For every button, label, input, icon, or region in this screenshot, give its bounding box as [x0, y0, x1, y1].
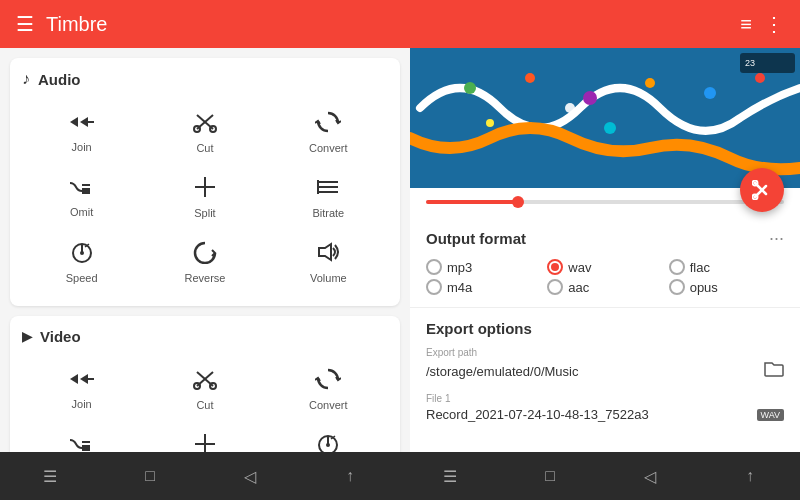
right-panel: 23 Output format ··· [410, 48, 800, 452]
bottom-navigation: ☰ □ ◁ ↑ ☰ □ ◁ ↑ [0, 452, 800, 500]
nav-home-left-icon: □ [145, 467, 155, 485]
video-join-button[interactable]: Join [22, 359, 141, 420]
video-section-header: ▶ Video [22, 328, 388, 345]
export-options-header: Export options [426, 320, 784, 337]
audio-convert-button[interactable]: Convert [269, 102, 388, 163]
bottom-nav-up-left[interactable]: ↑ [300, 467, 400, 485]
bottom-nav-menu-left[interactable]: ☰ [0, 467, 100, 486]
video-speed-button[interactable]: Speed [269, 424, 388, 452]
video-section-title: Video [40, 328, 81, 345]
svg-text:23: 23 [745, 58, 755, 68]
format-opus-option[interactable]: opus [669, 279, 784, 295]
audio-volume-label: Volume [310, 272, 347, 285]
left-panel: ♪ Audio Join [0, 48, 410, 452]
bitrate-icon [315, 175, 341, 203]
seek-container [410, 188, 800, 216]
reverse-icon [192, 240, 218, 268]
output-format-title: Output format [426, 230, 526, 247]
video-section-icon: ▶ [22, 329, 32, 344]
svg-point-46 [645, 78, 655, 88]
speed-icon [69, 240, 95, 268]
video-omit-button[interactable]: Omit [22, 424, 141, 452]
app-title: Timbre [46, 13, 107, 36]
video-omit-icon [68, 433, 96, 452]
output-format-more-button[interactable]: ··· [769, 228, 784, 249]
video-cut-icon [192, 367, 218, 395]
video-tools-grid: Join Cut [22, 359, 388, 452]
nav-back-left-icon: ◁ [244, 467, 256, 486]
audio-reverse-button[interactable]: Reverse [145, 232, 264, 293]
nav-menu-right-icon: ☰ [443, 467, 457, 486]
svg-point-44 [525, 73, 535, 83]
m4a-label: m4a [447, 280, 472, 295]
list-icon[interactable]: ≡ [740, 13, 752, 36]
video-cut-button[interactable]: Cut [145, 359, 264, 420]
folder-icon [764, 360, 784, 378]
audio-split-button[interactable]: Split [145, 167, 264, 228]
output-format-section: Output format ··· mp3 wav flac [410, 216, 800, 308]
folder-button[interactable] [764, 360, 784, 383]
main-content: ♪ Audio Join [0, 48, 800, 452]
nav-home-right-icon: □ [545, 467, 555, 485]
video-convert-button[interactable]: Convert [269, 359, 388, 420]
mp3-label: mp3 [447, 260, 472, 275]
cut-icon [192, 110, 218, 138]
format-aac-option[interactable]: aac [547, 279, 662, 295]
menu-icon[interactable]: ☰ [16, 12, 34, 36]
mp3-radio-circle [426, 259, 442, 275]
audio-tools-grid: Join Cut [22, 102, 388, 294]
video-convert-label: Convert [309, 399, 348, 412]
audio-icon: ♪ [22, 70, 30, 88]
opus-radio-circle [669, 279, 685, 295]
fab-export-button[interactable] [740, 168, 784, 212]
audio-speed-button[interactable]: Speed [22, 232, 141, 293]
aac-radio-circle [547, 279, 563, 295]
audio-speed-label: Speed [66, 272, 98, 285]
wav-label: wav [568, 260, 591, 275]
video-split-button[interactable]: Split [145, 424, 264, 452]
flac-label: flac [690, 260, 710, 275]
export-options-title: Export options [426, 320, 532, 337]
bottom-nav-back-left[interactable]: ◁ [200, 467, 300, 486]
m4a-radio-circle [426, 279, 442, 295]
audio-section-header: ♪ Audio [22, 70, 388, 88]
video-section-card: ▶ Video Join [10, 316, 400, 452]
bottom-nav-home-left[interactable]: □ [100, 467, 200, 485]
audio-omit-button[interactable]: Omit [22, 167, 141, 228]
audio-omit-label: Omit [70, 206, 93, 219]
split-icon [192, 175, 218, 203]
nav-back-right-icon: ◁ [644, 467, 656, 486]
audio-bitrate-button[interactable]: Bitrate [269, 167, 388, 228]
seek-bar[interactable] [426, 200, 784, 204]
seek-thumb[interactable] [512, 196, 524, 208]
file-row: Record_2021-07-24-10-48-13_7522a3 WAV [426, 407, 784, 422]
volume-icon [315, 240, 341, 268]
scissors-fab-icon [752, 180, 772, 200]
export-options-section: Export options Export path /storage/emul… [410, 308, 800, 452]
svg-point-49 [486, 119, 494, 127]
video-split-icon [192, 432, 218, 452]
audio-volume-button[interactable]: Volume [269, 232, 388, 293]
bottom-nav-home-right[interactable]: □ [500, 467, 600, 485]
format-m4a-option[interactable]: m4a [426, 279, 541, 295]
bottom-nav-back-right[interactable]: ◁ [600, 467, 700, 486]
svg-point-43 [464, 82, 476, 94]
format-mp3-option[interactable]: mp3 [426, 259, 541, 275]
bottom-nav-menu-right[interactable]: ☰ [400, 467, 500, 486]
output-format-header: Output format ··· [426, 228, 784, 249]
video-speed-icon [315, 432, 341, 452]
audio-join-button[interactable]: Join [22, 102, 141, 163]
format-flac-option[interactable]: flac [669, 259, 784, 275]
bottom-nav-up-right[interactable]: ↑ [700, 467, 800, 485]
svg-point-51 [565, 103, 575, 113]
audio-cut-button[interactable]: Cut [145, 102, 264, 163]
file-ext-badge: WAV [757, 409, 785, 421]
svg-point-47 [704, 87, 716, 99]
video-join-icon [68, 368, 96, 394]
svg-marker-18 [319, 244, 331, 260]
join-icon [68, 111, 96, 137]
audio-reverse-label: Reverse [185, 272, 226, 285]
more-icon[interactable]: ⋮ [764, 12, 784, 36]
format-wav-option[interactable]: wav [547, 259, 662, 275]
file-name: Record_2021-07-24-10-48-13_7522a3 [426, 407, 749, 422]
